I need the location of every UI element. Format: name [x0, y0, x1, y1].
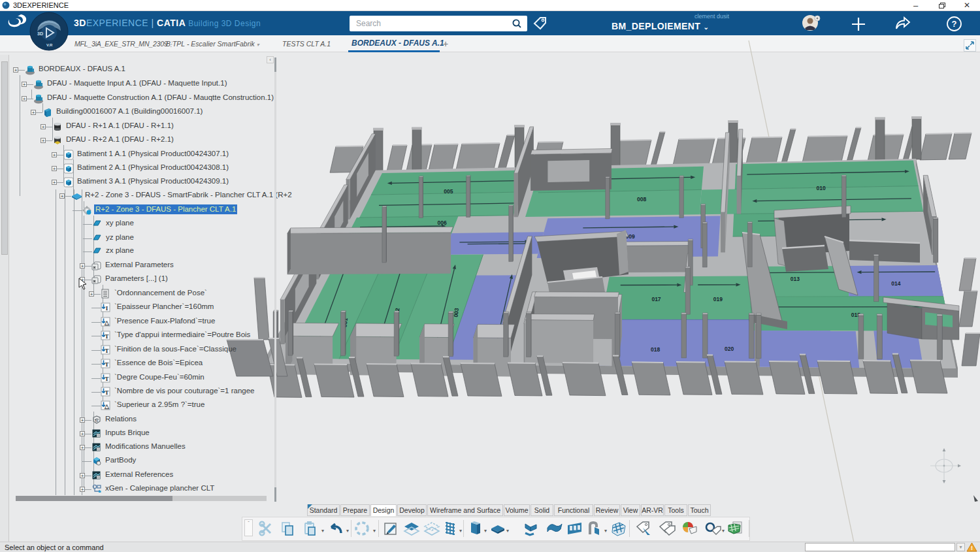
svg-text:!: !: [971, 545, 973, 551]
svg-text:005: 005: [444, 188, 453, 195]
svg-text:020: 020: [725, 346, 734, 352]
svg-text:T: T: [105, 376, 108, 382]
svg-text:I: I: [106, 305, 108, 312]
svg-text:006: 006: [438, 219, 447, 226]
svg-text:008: 008: [637, 196, 646, 203]
svg-text:003: 003: [453, 308, 460, 317]
svg-text:017: 017: [651, 296, 661, 302]
svg-text:019: 019: [713, 296, 723, 302]
svg-text:T: T: [105, 389, 108, 396]
svg-text:013: 013: [791, 276, 800, 282]
svg-text:T: T: [105, 333, 108, 340]
svg-text:△: △: [104, 403, 110, 410]
svg-text:T: T: [105, 348, 108, 354]
svg-text:fx: fx: [95, 419, 99, 423]
svg-text:T: T: [105, 361, 108, 368]
svg-text:△: △: [104, 319, 110, 326]
svg-text:018: 018: [651, 346, 660, 353]
svg-text:014: 014: [891, 280, 900, 287]
svg-text:010: 010: [817, 185, 826, 191]
